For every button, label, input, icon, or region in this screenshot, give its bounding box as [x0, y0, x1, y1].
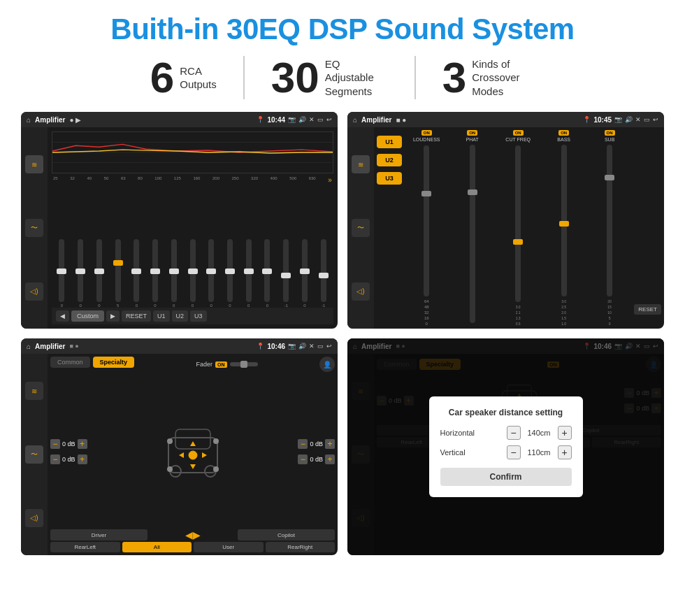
loudness-label: LOUDNESS [413, 137, 440, 143]
minus-rr[interactable]: − [298, 454, 308, 464]
horizontal-row: Horizontal − 140cm + [440, 426, 572, 440]
back-icon[interactable]: ↩ [326, 116, 332, 123]
plus-rl[interactable]: + [78, 454, 87, 464]
svg-point-15 [213, 466, 219, 472]
ch-cutfreq: ON CUT FREQ 3.0 2.1 1.3 0.5 [496, 130, 540, 326]
left-arrow-icon[interactable]: ◀ [185, 529, 193, 540]
minus-fl[interactable]: − [50, 439, 60, 449]
home-icon[interactable]: ⌂ [27, 116, 31, 124]
slider-630[interactable]: -1 [315, 224, 332, 308]
wave-icon-3[interactable]: 〜 [25, 445, 43, 464]
fader-handle[interactable] [240, 361, 247, 368]
right-arrow-icon[interactable]: ▶ [193, 529, 201, 540]
speaker-icon-3[interactable]: ◁) [25, 509, 43, 527]
cutfreq-label: CUT FREQ [505, 137, 531, 143]
slider-200[interactable]: 0 [222, 224, 239, 308]
dots-icon: ■ ● [396, 116, 406, 124]
svg-marker-8 [190, 441, 196, 446]
screen3-title: Amplifier [35, 343, 65, 350]
channel-sliders: ON LOUDNESS 64 48 32 16 0 [405, 130, 631, 326]
specialty-tab-3[interactable]: Specialty [93, 357, 135, 368]
horizontal-plus-btn[interactable]: + [558, 426, 572, 440]
back-icon-3[interactable]: ↩ [326, 343, 332, 350]
stat-crossover-label: Kinds ofCrossover Modes [472, 57, 535, 99]
eq-icon-2[interactable]: ≋ [352, 155, 370, 173]
slider-320[interactable]: 0 [259, 224, 276, 308]
db-control-fr: − 0 dB + [298, 439, 335, 449]
vol-icon: 🔊 [298, 116, 306, 123]
settings-circle-icon[interactable]: 👤 [319, 357, 335, 372]
slider-400[interactable]: -1 [277, 224, 295, 308]
pin-icon: 📍 [257, 116, 264, 123]
slider-250[interactable]: 0 [240, 224, 257, 308]
slider-160[interactable]: 0 [203, 224, 220, 308]
next-btn[interactable]: ▶ [106, 310, 120, 322]
common-tab-3[interactable]: Common [50, 357, 90, 368]
prev-btn[interactable]: ◀ [56, 310, 69, 322]
db-control-rl: − 0 dB + [50, 454, 87, 464]
slider-125[interactable]: 0 [184, 224, 201, 308]
eq-icon-3[interactable]: ≋ [25, 382, 43, 400]
vertical-minus-btn[interactable]: − [507, 445, 521, 459]
u2-btn[interactable]: U2 [172, 310, 189, 322]
vertical-plus-btn[interactable]: + [558, 445, 572, 459]
rearright-btn[interactable]: RearRight [266, 542, 336, 552]
car-svg [154, 417, 231, 487]
svg-marker-11 [202, 452, 207, 458]
stat-crossover-number: 3 [442, 56, 466, 99]
home-icon-2[interactable]: ⌂ [353, 116, 357, 124]
freq-labels: 25 32 40 50 63 80 100 125 160 200 250 32… [52, 176, 333, 184]
u3-cross-btn[interactable]: U3 [377, 172, 402, 185]
plus-fl[interactable]: + [78, 439, 87, 449]
screen-eq: ⌂ Amplifier ● ▶ 📍 10:44 📷 🔊 ✕ ▭ ↩ ≋ 〜 [21, 112, 338, 329]
reset-btn[interactable]: RESET [122, 310, 151, 322]
u2-cross-btn[interactable]: U2 [377, 154, 402, 166]
slider-63[interactable]: 0 [128, 224, 145, 308]
all-btn[interactable]: All [122, 542, 192, 552]
minus-rl[interactable]: − [50, 454, 60, 464]
slider-25[interactable]: 0 [53, 224, 71, 308]
eq-chart [52, 131, 333, 173]
horizontal-value: 140cm [524, 429, 555, 437]
pin-icon-3: 📍 [257, 343, 264, 350]
u3-btn[interactable]: U3 [190, 310, 207, 322]
driver-btn[interactable]: Driver [50, 529, 147, 540]
bottom-buttons-3: Driver ◀ ▶ Copilot [50, 529, 335, 540]
slider-40[interactable]: 0 [90, 224, 108, 308]
ch-bass: ON BASS 3.0 2.5 2.0 1.5 1.0 [542, 130, 585, 326]
confirm-button[interactable]: Confirm [440, 468, 572, 486]
slider-100[interactable]: 0 [165, 224, 182, 308]
person-icon: 👤 [323, 361, 331, 368]
cam-icon-3: 📷 [288, 343, 296, 350]
plus-rr[interactable]: + [325, 454, 335, 464]
copilot-btn[interactable]: Copilot [238, 529, 335, 540]
wave-icon[interactable]: 〜 [25, 219, 43, 237]
svg-marker-10 [179, 452, 184, 458]
cross-reset-btn[interactable]: RESET [634, 304, 661, 315]
slider-50[interactable]: 5 [109, 224, 127, 308]
slider-80[interactable]: 0 [147, 224, 164, 308]
u1-cross-btn[interactable]: U1 [377, 136, 402, 148]
minus-fr[interactable]: − [298, 439, 308, 449]
stat-eq-label: EQ AdjustableSegments [325, 57, 388, 99]
wave-icon-2[interactable]: 〜 [352, 219, 370, 237]
screen-distance: ⌂ Amplifier ■ ● 📍 10:46 📷 🔊 ✕ ▭ ↩ ≋ [347, 338, 664, 555]
top-controls: Common Specialty Fader ON 👤 [50, 357, 335, 372]
plus-fr[interactable]: + [325, 439, 335, 449]
back-icon-2[interactable]: ↩ [653, 116, 658, 123]
db-val-fl: 0 dB [62, 440, 75, 447]
u1-btn[interactable]: U1 [153, 310, 170, 322]
stat-eq: 30 EQ AdjustableSegments [245, 56, 416, 99]
eq-icon[interactable]: ≋ [25, 155, 43, 173]
u-buttons-col: U1 U2 U3 [377, 130, 402, 326]
slider-500[interactable]: 0 [296, 224, 314, 308]
speaker-icon-2[interactable]: ◁) [352, 282, 370, 301]
user-btn[interactable]: User [194, 542, 264, 552]
rearleft-btn[interactable]: RearLeft [50, 542, 120, 552]
fader-track[interactable] [230, 362, 258, 366]
slider-32[interactable]: 0 [72, 224, 89, 308]
page-wrapper: Buith-in 30EQ DSP Sound System 6 RCAOutp… [0, 0, 685, 616]
home-icon-3[interactable]: ⌂ [27, 343, 31, 350]
horizontal-minus-btn[interactable]: − [507, 426, 521, 440]
speaker-icon[interactable]: ◁) [25, 282, 43, 301]
